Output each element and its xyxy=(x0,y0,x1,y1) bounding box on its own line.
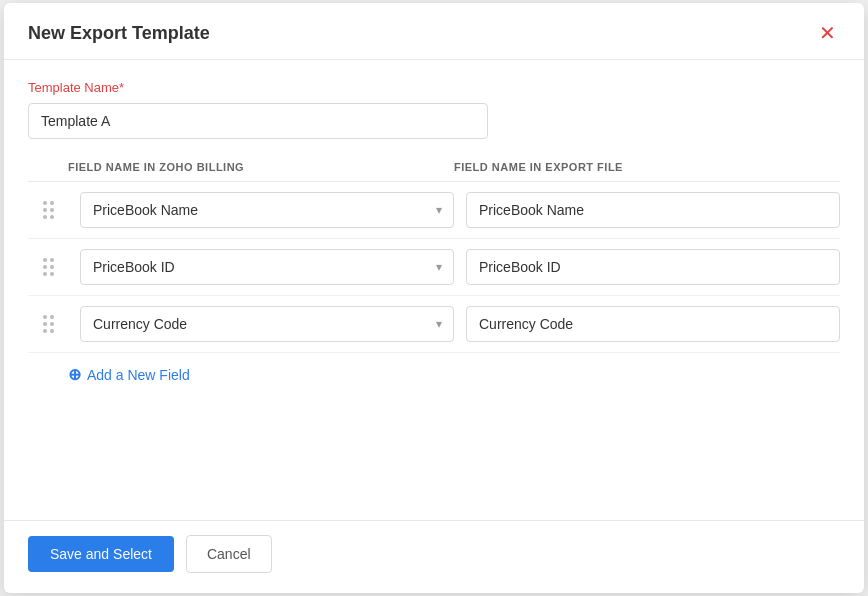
export-field-input-1[interactable] xyxy=(466,192,840,228)
save-and-select-button[interactable]: Save and Select xyxy=(28,536,174,572)
modal-header: New Export Template ✕ xyxy=(4,3,864,60)
drag-dot xyxy=(43,258,47,262)
drag-dot xyxy=(43,265,47,269)
drag-dot xyxy=(43,215,47,219)
zoho-field-select-wrapper: PriceBook Name PriceBook ID Currency Cod… xyxy=(80,249,454,285)
drag-dot xyxy=(43,315,47,319)
fields-table: FIELD NAME IN ZOHO BILLING FIELD NAME IN… xyxy=(28,161,840,353)
drag-dot xyxy=(43,272,47,276)
drag-dot xyxy=(50,315,54,319)
modal-overlay: New Export Template ✕ Template Name* FIE… xyxy=(0,0,868,596)
zoho-field-select-wrapper: PriceBook Name PriceBook ID Currency Cod… xyxy=(80,306,454,342)
col1-header: FIELD NAME IN ZOHO BILLING xyxy=(68,161,454,173)
drag-dot xyxy=(43,201,47,205)
drag-handle[interactable] xyxy=(28,197,68,223)
modal-body: Template Name* FIELD NAME IN ZOHO BILLIN… xyxy=(4,60,864,520)
zoho-field-select-wrapper: PriceBook Name PriceBook ID Currency Cod… xyxy=(80,192,454,228)
table-row: PriceBook Name PriceBook ID Currency Cod… xyxy=(28,296,840,353)
drag-dot xyxy=(50,208,54,212)
zoho-field-select-2[interactable]: PriceBook Name PriceBook ID Currency Cod… xyxy=(80,249,454,285)
drag-dot xyxy=(50,265,54,269)
drag-dot xyxy=(50,201,54,205)
table-header: FIELD NAME IN ZOHO BILLING FIELD NAME IN… xyxy=(28,161,840,182)
drag-dot xyxy=(50,215,54,219)
template-name-label: Template Name* xyxy=(28,80,840,95)
table-row: PriceBook Name PriceBook ID Currency Cod… xyxy=(28,182,840,239)
zoho-field-select-3[interactable]: PriceBook Name PriceBook ID Currency Cod… xyxy=(80,306,454,342)
modal-footer: Save and Select Cancel xyxy=(4,520,864,593)
cancel-button[interactable]: Cancel xyxy=(186,535,272,573)
close-button[interactable]: ✕ xyxy=(815,21,840,45)
drag-dot xyxy=(50,272,54,276)
drag-dot xyxy=(43,208,47,212)
export-field-input-2[interactable] xyxy=(466,249,840,285)
template-name-input[interactable] xyxy=(28,103,488,139)
plus-icon: ⊕ xyxy=(68,365,81,384)
drag-dot xyxy=(43,322,47,326)
drag-dot xyxy=(50,258,54,262)
template-name-section: Template Name* xyxy=(28,80,840,139)
export-field-input-3[interactable] xyxy=(466,306,840,342)
modal-title: New Export Template xyxy=(28,23,210,44)
col2-header: FIELD NAME IN EXPORT FILE xyxy=(454,161,840,173)
add-new-field-button[interactable]: ⊕ Add a New Field xyxy=(28,353,190,388)
drag-handle[interactable] xyxy=(28,254,68,280)
add-field-label: Add a New Field xyxy=(87,367,190,383)
drag-dot xyxy=(50,329,54,333)
drag-dot xyxy=(50,322,54,326)
table-row: PriceBook Name PriceBook ID Currency Cod… xyxy=(28,239,840,296)
zoho-field-select-1[interactable]: PriceBook Name PriceBook ID Currency Cod… xyxy=(80,192,454,228)
modal-dialog: New Export Template ✕ Template Name* FIE… xyxy=(4,3,864,593)
drag-handle[interactable] xyxy=(28,311,68,337)
drag-dot xyxy=(43,329,47,333)
